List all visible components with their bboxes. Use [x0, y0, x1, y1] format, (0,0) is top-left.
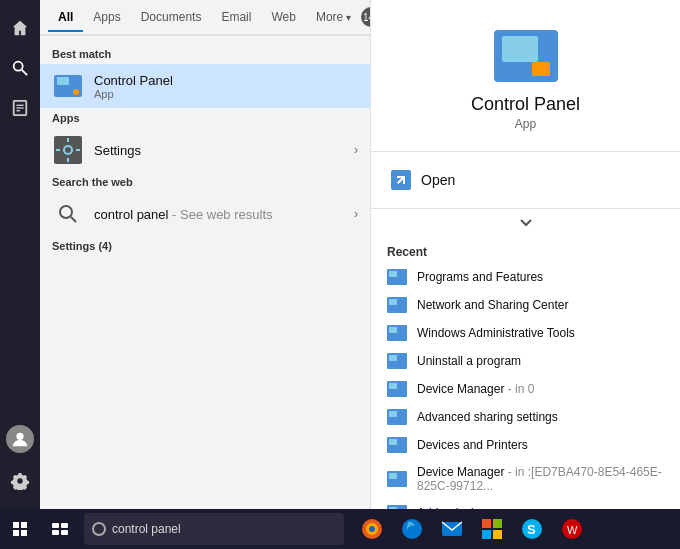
svg-point-6: [16, 433, 23, 440]
mail-svg: [440, 517, 464, 541]
svg-line-1: [22, 70, 27, 75]
best-match-title: Control Panel: [94, 73, 358, 88]
svg-line-15: [71, 217, 76, 222]
recent-item[interactable]: Uninstall a program: [371, 347, 680, 375]
detail-header: Control Panel App: [371, 0, 680, 152]
svg-rect-22: [493, 519, 502, 528]
nav-icon-home[interactable]: [0, 8, 40, 48]
settings-result-text: Settings: [94, 143, 344, 158]
svg-point-14: [60, 206, 72, 218]
store-icon[interactable]: [472, 509, 512, 549]
settings-result-title: Settings: [94, 143, 344, 158]
search-circle-icon: [58, 204, 78, 224]
recent-item-title: Device Manager - in :[ED7BA470-8E54-465E…: [417, 465, 664, 493]
recent-item-text-container: Advanced sharing settings: [417, 410, 558, 424]
taskbar: control panel: [0, 509, 680, 549]
tab-web[interactable]: Web: [261, 4, 305, 30]
recent-item[interactable]: Device Manager - in :[ED7BA470-8E54-465E…: [371, 459, 680, 499]
recent-item-sub: - in 0: [504, 382, 534, 396]
recent-item[interactable]: Devices and Printers: [371, 431, 680, 459]
extra-app-svg: W: [560, 517, 584, 541]
recent-item-icon: [387, 353, 407, 369]
recent-item-sub: - in :[ED7BA470-8E54-465E-825C-99712...: [417, 465, 662, 493]
settings-arrow-icon: ›: [354, 143, 358, 157]
expand-button[interactable]: [371, 209, 680, 237]
best-match-icon: [52, 70, 84, 102]
web-arrow-icon: ›: [354, 207, 358, 221]
edge-icon[interactable]: [392, 509, 432, 549]
recent-item-text-container: Windows Administrative Tools: [417, 326, 575, 340]
chevron-down-icon: [516, 213, 536, 233]
svg-rect-11: [67, 158, 69, 162]
recent-item-icon: [387, 381, 407, 397]
best-match-text: Control Panel App: [94, 73, 358, 100]
svg-rect-10: [67, 138, 69, 142]
recent-item-title: Network and Sharing Center: [417, 298, 568, 312]
web-search-title: control panel - See web results: [94, 207, 344, 222]
firefox-icon[interactable]: [352, 509, 392, 549]
settings-section-label: Settings (4): [40, 236, 370, 256]
svg-rect-24: [493, 530, 502, 539]
taskbar-search-icon: [92, 522, 106, 536]
windows-icon: [13, 522, 27, 536]
web-section-label: Search the web: [40, 172, 370, 192]
tabs-bar: All Apps Documents Email Web More ▾ 141 …: [40, 0, 370, 36]
mail-icon[interactable]: [432, 509, 472, 549]
start-menu: All Apps Documents Email Web More ▾ 141 …: [0, 0, 680, 509]
settings-result-item[interactable]: Settings ›: [40, 128, 370, 172]
recent-item-text-container: Device Manager - in :[ED7BA470-8E54-465E…: [417, 465, 664, 493]
detail-actions: Open: [371, 152, 680, 209]
recent-item[interactable]: Device Manager - in 0: [371, 375, 680, 403]
web-search-item[interactable]: control panel - See web results ›: [40, 192, 370, 236]
recent-item-text-container: Programs and Features: [417, 270, 543, 284]
svg-point-9: [65, 147, 71, 153]
watermark: wisys.me: [639, 491, 676, 501]
user-avatar: [6, 425, 34, 453]
detail-panel: Control Panel App Open Recent: [370, 0, 680, 509]
recent-item[interactable]: Programs and Features: [371, 263, 680, 291]
nav-icon-avatar[interactable]: [0, 421, 40, 461]
apps-section-label: Apps: [40, 108, 370, 128]
svg-rect-12: [56, 149, 60, 151]
nav-icon-search[interactable]: [0, 48, 40, 88]
recent-item-title: Uninstall a program: [417, 354, 521, 368]
taskbar-app-icons: S W: [352, 509, 592, 549]
tab-all[interactable]: All: [48, 4, 83, 30]
extra-app-icon[interactable]: W: [552, 509, 592, 549]
settings-result-icon: [52, 134, 84, 166]
tab-documents[interactable]: Documents: [131, 4, 212, 30]
control-panel-icon-sm: [54, 75, 82, 97]
recent-item-title: Programs and Features: [417, 270, 543, 284]
search-panel: All Apps Documents Email Web More ▾ 141 …: [40, 0, 370, 509]
tab-apps[interactable]: Apps: [83, 4, 130, 30]
nav-sidebar: [0, 0, 40, 509]
tab-more[interactable]: More ▾: [306, 4, 361, 30]
nav-icon-documents[interactable]: [0, 88, 40, 128]
skype-svg: S: [520, 517, 544, 541]
results-content: Best match Control Panel App Apps: [40, 36, 370, 509]
tab-email[interactable]: Email: [211, 4, 261, 30]
settings-icon: [54, 136, 82, 164]
task-view-icon: [52, 523, 68, 535]
recent-item-icon: [387, 409, 407, 425]
recent-items-list: Programs and Features Network and Sharin…: [371, 263, 680, 527]
recent-item[interactable]: Network and Sharing Center: [371, 291, 680, 319]
start-button[interactable]: [0, 509, 40, 549]
recent-item-icon: [387, 471, 407, 487]
recent-item-title: Devices and Printers: [417, 438, 528, 452]
skype-icon[interactable]: S: [512, 509, 552, 549]
web-search-icon: [52, 198, 84, 230]
nav-icon-settings[interactable]: [0, 461, 40, 501]
svg-point-0: [14, 62, 23, 71]
recent-item-text-container: Network and Sharing Center: [417, 298, 568, 312]
task-view-button[interactable]: [40, 509, 80, 549]
recent-item[interactable]: Advanced sharing settings: [371, 403, 680, 431]
open-button[interactable]: Open: [387, 162, 664, 198]
taskbar-search-text: control panel: [112, 522, 181, 536]
svg-rect-23: [482, 530, 491, 539]
best-match-item[interactable]: Control Panel App: [40, 64, 370, 108]
taskbar-search-bar[interactable]: control panel: [84, 513, 344, 545]
open-icon: [391, 170, 411, 190]
detail-app-subtitle: App: [515, 117, 536, 131]
recent-item[interactable]: Windows Administrative Tools: [371, 319, 680, 347]
